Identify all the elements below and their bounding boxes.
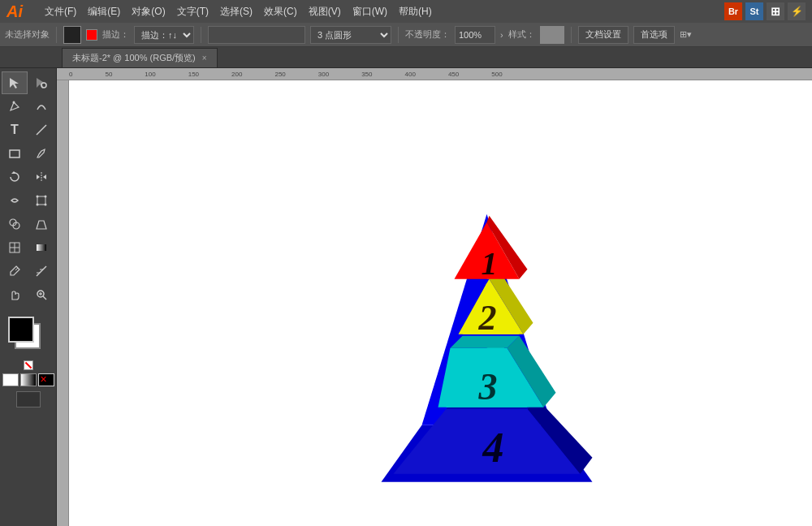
- divider-2: [201, 27, 201, 43]
- horizontal-ruler: 050100150200250300350400450500: [57, 68, 812, 80]
- title-bar: Ai 文件(F) 编辑(E) 对象(O) 文字(T) 选择(S) 效果(C) 视…: [0, 0, 812, 23]
- layer1-number: 1: [482, 245, 498, 282]
- signal-icon: ⚡: [788, 2, 806, 20]
- menu-object[interactable]: 对象(O): [127, 3, 170, 20]
- svg-line-27: [43, 296, 46, 300]
- eyedropper-tool[interactable]: [2, 260, 28, 282]
- direct-selection-tool[interactable]: [28, 71, 54, 94]
- main-area: T: [0, 68, 812, 526]
- svg-point-14: [45, 204, 47, 206]
- color-mode-icons: ×: [2, 373, 54, 386]
- svg-point-3: [13, 101, 15, 104]
- opacity-input[interactable]: [455, 26, 495, 44]
- canvas-mode-icon[interactable]: [16, 391, 41, 407]
- stroke-color-swatch[interactable]: [86, 29, 97, 41]
- none-mode-icon[interactable]: ×: [38, 373, 54, 386]
- tool-row-9: [2, 260, 54, 282]
- svg-point-12: [45, 196, 47, 198]
- tab-close-button[interactable]: ×: [202, 54, 207, 63]
- stock-icon[interactable]: St: [745, 2, 763, 20]
- perspective-tool[interactable]: [28, 213, 54, 235]
- rotate-tool[interactable]: [2, 166, 28, 188]
- layer4-number: 4: [482, 425, 504, 471]
- menu-file[interactable]: 文件(F): [40, 3, 81, 20]
- gradient-mode-icon[interactable]: [20, 373, 37, 386]
- doc-settings-button[interactable]: 文档设置: [578, 26, 628, 44]
- svg-line-22: [15, 268, 18, 270]
- tool-row-4: [2, 142, 54, 165]
- menu-help[interactable]: 帮助(H): [394, 3, 437, 20]
- menu-text[interactable]: 文字(T): [172, 3, 214, 20]
- shape-builder-tool[interactable]: [2, 213, 28, 235]
- reflect-tool[interactable]: [28, 166, 54, 188]
- pyramid-graphic: 4 3 2: [313, 109, 662, 502]
- menu-view[interactable]: 视图(V): [304, 3, 346, 20]
- brush-select[interactable]: 3 点圆形: [310, 26, 391, 44]
- fill-stroke-swatches: [8, 317, 49, 357]
- divider-4: [571, 27, 572, 43]
- layer2-number: 2: [478, 298, 497, 338]
- svg-point-11: [37, 196, 39, 198]
- normal-mode-icon[interactable]: [2, 373, 19, 386]
- tool-row-5: [2, 166, 54, 188]
- tool-row-7: [2, 213, 54, 235]
- color-section: ×: [2, 313, 54, 411]
- app-switcher: Br St ⊞ ⚡: [724, 2, 806, 20]
- tool-row-1: [2, 71, 54, 94]
- svg-marker-8: [37, 175, 40, 179]
- type-tool[interactable]: T: [2, 119, 28, 141]
- rectangle-tool[interactable]: [2, 142, 28, 165]
- grid-icon[interactable]: ⊞: [767, 2, 784, 20]
- menu-edit[interactable]: 编辑(E): [83, 3, 125, 20]
- menu-bar: 文件(F) 编辑(E) 对象(O) 文字(T) 选择(S) 效果(C) 视图(V…: [40, 3, 437, 20]
- fill-swatch[interactable]: [8, 317, 34, 343]
- pen-tool[interactable]: [2, 95, 28, 118]
- tool-row-2: [2, 95, 54, 118]
- line-tool[interactable]: [28, 119, 54, 141]
- fill-color-box[interactable]: [63, 26, 81, 44]
- left-toolbar: T: [0, 68, 57, 526]
- svg-rect-10: [37, 196, 45, 205]
- free-transform-tool[interactable]: [28, 189, 54, 212]
- style-preview[interactable]: [540, 26, 564, 44]
- zoom-tool[interactable]: [28, 283, 54, 306]
- tool-row-8: [2, 236, 54, 259]
- pyramid-svg: 4 3 2: [313, 109, 662, 498]
- svg-rect-5: [10, 150, 19, 157]
- none-stroke-icon[interactable]: [24, 360, 33, 370]
- selection-tool[interactable]: [2, 71, 28, 94]
- app-logo: Ai: [6, 2, 33, 21]
- opacity-arrow: ›: [500, 30, 503, 40]
- vertical-ruler: [57, 80, 69, 526]
- measure-tool[interactable]: [28, 260, 54, 282]
- layer3-number: 3: [478, 366, 498, 407]
- hand-tool[interactable]: [2, 283, 28, 306]
- stroke-label: 描边：: [102, 28, 129, 41]
- menu-select[interactable]: 选择(S): [215, 3, 257, 20]
- bridge-icon[interactable]: Br: [724, 2, 742, 20]
- options-toolbar: 未选择对象 描边： 描边：↑↓ 3 点圆形 不透明度： › 样式： 文档设置 首…: [0, 23, 812, 47]
- curvature-tool[interactable]: [28, 95, 54, 118]
- svg-rect-21: [37, 244, 46, 251]
- warp-tool[interactable]: [2, 189, 28, 212]
- canvas-icons: [16, 391, 41, 407]
- tab-bar: 未标题-2* @ 100% (RGB/预览) ×: [0, 47, 812, 68]
- document-tab[interactable]: 未标题-2* @ 100% (RGB/预览) ×: [62, 48, 218, 67]
- preferences-button[interactable]: 首选项: [633, 26, 675, 44]
- arrange-icon[interactable]: ⊞▾: [680, 29, 692, 40]
- tab-title: 未标题-2* @ 100% (RGB/预览): [72, 52, 196, 64]
- menu-effect[interactable]: 效果(C): [259, 3, 302, 20]
- mesh-tool[interactable]: [2, 236, 28, 259]
- gradient-tool[interactable]: [28, 236, 54, 259]
- svg-point-13: [37, 204, 39, 206]
- paintbrush-tool[interactable]: [28, 142, 54, 165]
- menu-window[interactable]: 窗口(W): [348, 3, 392, 20]
- opacity-label: 不透明度：: [405, 28, 450, 41]
- style-label: 样式：: [508, 28, 535, 41]
- divider-1: [56, 27, 57, 43]
- svg-marker-0: [10, 78, 19, 88]
- stroke-width-input[interactable]: [208, 26, 305, 44]
- svg-marker-17: [37, 221, 46, 229]
- svg-marker-9: [43, 175, 46, 179]
- stroke-style-select[interactable]: 描边：↑↓: [134, 26, 194, 44]
